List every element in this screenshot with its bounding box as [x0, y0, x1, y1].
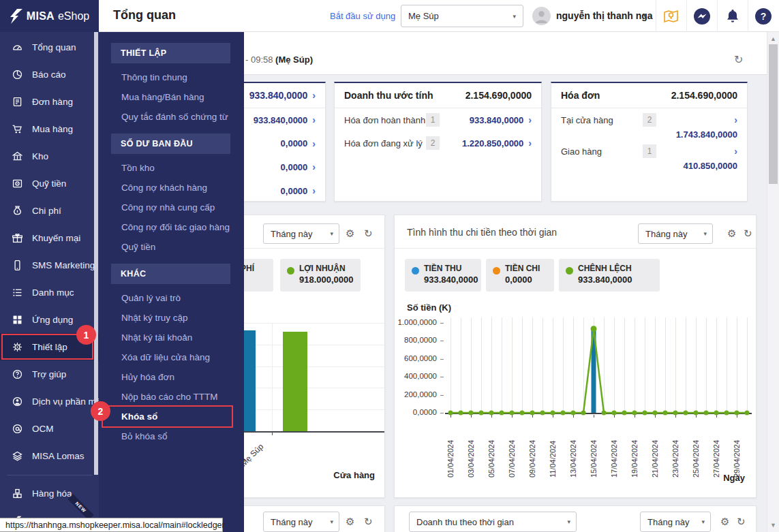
period-select[interactable]: Tháng này ▾: [640, 512, 711, 532]
sidebar-item-khuyen-mai[interactable]: Khuyến mại: [0, 224, 99, 251]
scroll-up-icon[interactable]: ▲: [767, 35, 779, 42]
top-bar: MISAeShop Tổng quan Bắt đầu sử dụng Mẹ S…: [0, 0, 779, 32]
sidebar-item-mua-hang[interactable]: Mua hàng: [0, 115, 99, 142]
x-tick-label: 11/04/2024: [549, 423, 557, 478]
scrollbar-thumb[interactable]: [769, 44, 778, 184]
brand-logo[interactable]: MISAeShop: [0, 0, 99, 32]
sidebar-item-sms-marketing[interactable]: SMS Marketing: [0, 251, 99, 279]
divider: [686, 0, 687, 32]
x-tick: [635, 415, 635, 418]
sidebar-item-quy-tien[interactable]: Quỹ tiền: [0, 170, 99, 197]
bar-profit[interactable]: [283, 332, 307, 431]
sidebar-item-kho[interactable]: Kho: [0, 142, 99, 170]
period-select[interactable]: Tháng này ▾: [263, 223, 339, 244]
flyout-item-cong-no-khach-hang[interactable]: Công nợ khách hàng: [99, 178, 244, 198]
flyout-item-mua-ban-hang[interactable]: Mua hàng/Bán hàng: [99, 87, 244, 107]
flyout-item-nhat-ky-tai-khoan[interactable]: Nhật ký tài khoản: [99, 328, 244, 347]
avatar[interactable]: [532, 7, 551, 25]
legend-chip-loi-nhuan[interactable]: LỢI NHUẬN 918.000,0000: [280, 259, 361, 292]
messenger-icon[interactable]: [692, 7, 711, 25]
refresh-icon[interactable]: ↻: [734, 53, 743, 66]
sms-phone-icon: [12, 260, 23, 271]
sidebar-item-dich-vu-phan-mem[interactable]: Dịch vụ phần mềm: [0, 388, 99, 415]
orders-icon: [12, 96, 23, 108]
gear-icon[interactable]: ⚙: [346, 228, 354, 240]
x-tick: [675, 415, 676, 418]
promotion-gift-icon: [12, 232, 23, 244]
sidebar-item-ocm[interactable]: OCM: [0, 415, 99, 442]
sidebar-item-tro-giup[interactable]: Trợ giúp: [0, 360, 99, 388]
gridline: [272, 323, 273, 431]
count-badge: 2: [426, 136, 440, 150]
report-type-select[interactable]: Doanh thu theo thời gian ▾: [409, 512, 577, 532]
chevron-right-icon: ›: [312, 185, 316, 196]
gridline: [727, 317, 727, 413]
help-icon[interactable]: ?: [754, 7, 772, 25]
flyout-item-cong-no-nha-cung-cap[interactable]: Công nợ nhà cung cấp: [99, 198, 244, 217]
user-name[interactable]: nguyễn thị thanh nga: [556, 10, 653, 21]
flyout-item-xoa-du-lieu[interactable]: Xóa dữ liệu cửa hàng: [99, 347, 244, 367]
axis-tick: [272, 433, 273, 435]
x-tick-label: 03/04/2024: [467, 423, 475, 478]
flyout-item-bo-khoa-so[interactable]: Bỏ khóa sổ: [99, 426, 244, 446]
flyout-item-quy-tien[interactable]: Quỹ tiền: [99, 237, 244, 257]
gridline: [665, 317, 666, 413]
flyout-item-thong-tin-chung[interactable]: Thông tin chung: [99, 67, 244, 87]
gridline: [686, 317, 686, 413]
refresh-icon[interactable]: ↻: [364, 228, 373, 240]
bell-icon[interactable]: [723, 7, 742, 25]
step-badge-1: 1: [76, 325, 96, 345]
gridline: [573, 317, 574, 413]
divider: [717, 0, 718, 32]
y-tick-label: 200,0000: [395, 390, 437, 398]
flyout-item-quan-ly-vai-tro[interactable]: Quản lý vai trò: [99, 288, 244, 308]
period-select[interactable]: Tháng này ▾: [263, 512, 339, 532]
flyout-item-nop-bao-cao-tttm[interactable]: Nộp báo cáo cho TTTM: [99, 387, 244, 407]
card-row[interactable]: Giao hàng 1 › 410.850,0000: [551, 140, 747, 171]
card-row[interactable]: Tại cửa hàng 2 › 1.743.840,0000: [551, 108, 747, 140]
x-tick-label: 17/04/2024: [610, 423, 618, 478]
flyout-item-huy-hoa-don[interactable]: Hủy hóa đơn: [99, 367, 244, 387]
flyout-section-khac: KHÁC: [111, 264, 230, 284]
store-selector[interactable]: Mẹ Súp ▾: [401, 5, 523, 27]
x-tick: [471, 415, 472, 418]
gear-icon[interactable]: ⚙: [346, 516, 354, 528]
flyout-item-khoa-so[interactable]: Khóa sổ: [99, 407, 244, 426]
gridline: [747, 317, 748, 413]
card-row[interactable]: Hóa đơn hoàn thành 1 933.840,0000 ›: [335, 108, 541, 131]
sidebar-item-danh-muc[interactable]: Danh mục: [0, 279, 99, 306]
flyout-item-nhat-ky-truy-cap[interactable]: Nhật ký truy cập: [99, 308, 244, 328]
gear-icon[interactable]: ⚙: [720, 516, 729, 528]
card-row[interactable]: Hóa đơn đang xử lý 2 1.220.850,0000 ›: [335, 131, 541, 155]
card-title: Doanh thu ước tính: [344, 90, 433, 101]
y-tick-label: 800,0000: [395, 336, 437, 344]
refresh-icon[interactable]: ↻: [364, 516, 373, 528]
sidebar-item-chi-phi[interactable]: Chi phí: [0, 197, 99, 224]
x-tick: [696, 415, 697, 418]
sidebar-item-bao-cao[interactable]: Báo cáo: [0, 61, 99, 88]
x-tick: [614, 415, 615, 418]
sidebar-item-don-hang[interactable]: Đơn hàng: [0, 88, 99, 115]
ocm-swirl-icon: [12, 423, 23, 435]
layers-icon: [12, 450, 23, 462]
x-tick: [491, 415, 492, 418]
scroll-down-icon[interactable]: ▼: [767, 522, 779, 529]
chevron-right-icon: ›: [312, 161, 316, 172]
refresh-icon[interactable]: ↻: [737, 516, 746, 528]
sidebar-item-misa-lomas[interactable]: MISA Lomas: [0, 442, 99, 469]
y-tick: [440, 377, 444, 377]
x-tick-label: 19/04/2024: [630, 423, 639, 478]
flyout-item-quy-tac-danh-so[interactable]: Quy tắc đánh số chứng từ: [99, 107, 244, 127]
start-using-link[interactable]: Bắt đầu sử dụng: [330, 11, 395, 21]
vertical-scrollbar[interactable]: ▲ ▼: [767, 32, 779, 532]
flyout-item-ton-kho[interactable]: Tồn kho: [99, 158, 244, 178]
chevron-right-icon: ›: [528, 114, 532, 125]
chevron-down-icon: ▾: [330, 230, 333, 237]
sidebar-item-hang-hoa[interactable]: Hàng hóa: [0, 480, 99, 507]
flyout-item-cong-no-doi-tac[interactable]: Công nợ đối tác giao hàng: [99, 217, 244, 237]
chevron-down-icon: ▾: [701, 518, 705, 525]
x-axis-title: Ngày: [723, 473, 745, 483]
sidebar-item-tong-quan[interactable]: Tổng quan: [0, 33, 99, 61]
pie-chart-icon: [12, 69, 23, 80]
feature-discovery-icon[interactable]: [662, 7, 680, 25]
